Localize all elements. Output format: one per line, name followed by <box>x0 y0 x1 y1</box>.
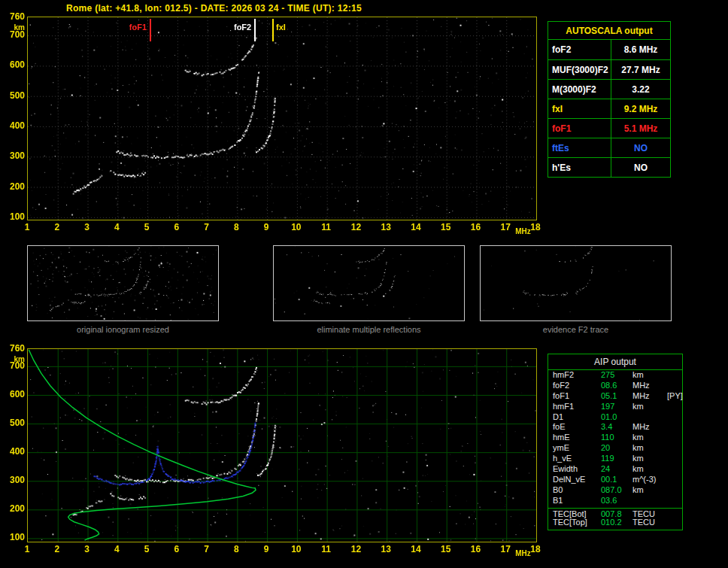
autoscala-row: M(3000)F23.22 <box>548 79 670 99</box>
y-tick-label: 100 <box>2 211 25 222</box>
aip-value: 24 <box>601 464 632 475</box>
aip-value: 275 <box>601 370 632 381</box>
panel-original-ionogram <box>27 245 219 321</box>
aip-extra <box>667 402 682 412</box>
aip-unit: km <box>632 402 667 412</box>
panel-original-canvas <box>28 246 218 320</box>
aip-label: foF1 <box>553 391 601 402</box>
aip-value: 08.6 <box>601 381 632 391</box>
x-tick-label: 14 <box>408 544 423 554</box>
aip-row: TEC[Bot]007.8TECU <box>548 508 682 518</box>
aip-label: DelN_vE <box>553 475 601 485</box>
x-tick-label: 9 <box>259 222 274 232</box>
y-tick-label: 100 <box>2 532 25 542</box>
aip-extra <box>667 433 682 443</box>
y-tick-label: 300 <box>2 475 25 485</box>
x-tick-label: 3 <box>80 222 95 232</box>
autoscala-row-value: 3.22 <box>611 80 670 99</box>
x-tick-label: 11 <box>319 544 334 554</box>
y-tick-label: 760 <box>2 343 25 354</box>
autoscala-row-label: ftEs <box>548 138 611 158</box>
x-tick-label: 16 <box>468 544 483 554</box>
fxI-marker-line <box>272 19 274 41</box>
aip-unit: MHz <box>632 391 667 402</box>
x-tick-label: 6 <box>169 222 184 232</box>
autoscala-row: foF15.1 MHz <box>548 118 670 138</box>
aip-unit: km <box>632 454 667 464</box>
y-tick-label: 760 <box>2 11 25 22</box>
aip-label: foF2 <box>553 381 601 391</box>
aip-unit: MHz <box>632 422 667 433</box>
aip-unit: km <box>632 485 667 496</box>
foF1-marker-line <box>150 19 151 41</box>
y-tick-label: 400 <box>2 120 25 131</box>
x-tick-label: 8 <box>229 544 244 554</box>
x-tick-label: 13 <box>378 544 393 554</box>
foF2-marker-line <box>254 19 256 41</box>
y-tick-label: 700 <box>2 360 25 371</box>
aip-label: hmF1 <box>553 402 601 412</box>
aip-unit <box>632 412 667 423</box>
aip-output-table: AIP output hmF2275kmfoF208.6MHzfoF105.1M… <box>548 354 683 530</box>
x-tick-label: 11 <box>319 222 334 232</box>
autoscala-row-label: foF2 <box>548 40 611 59</box>
aip-unit: km <box>632 443 667 454</box>
panel-eliminate-canvas <box>274 246 464 320</box>
x-tick-label: 2 <box>50 544 65 554</box>
aip-row: hmF2275km <box>548 370 682 381</box>
aip-row: DelN_vE00.1m^(-3) <box>548 475 682 485</box>
aip-value: 05.1 <box>601 391 632 402</box>
x-tick-label: 4 <box>109 544 124 554</box>
x-tick-label: 15 <box>438 222 453 232</box>
x-tick-label: 17 <box>498 544 513 554</box>
y-tick-label: 300 <box>2 150 25 161</box>
aip-extra <box>667 464 682 475</box>
aip-extra <box>667 443 682 454</box>
autoscala-row: foF28.6 MHz <box>548 40 670 59</box>
aip-extra <box>667 422 682 433</box>
y-tick-label: 200 <box>2 181 25 192</box>
panel-caption-eliminate: eliminate multiple reflections <box>273 325 465 334</box>
aip-extra <box>667 496 682 506</box>
y-tick-label: 700 <box>2 29 25 40</box>
aip-value: 00.1 <box>601 475 632 485</box>
autoscala-row-value: 5.1 MHz <box>611 119 670 138</box>
aip-extra <box>667 370 682 381</box>
autoscala-row-value: 27.7 MHz <box>611 60 670 80</box>
x-tick-label: 3 <box>80 544 95 554</box>
x-tick-label: 14 <box>408 222 423 232</box>
x-tick-label: 12 <box>348 544 363 554</box>
aip-unit: km <box>632 433 667 443</box>
aip-unit: TECU <box>632 518 667 528</box>
panel-caption-original: original ionogram resized <box>27 325 219 334</box>
aip-value: 010.2 <box>601 518 632 528</box>
autoscala-row: ftEsNO <box>548 138 670 157</box>
y-tick-label: 500 <box>2 90 25 101</box>
x-tick-label: 2 <box>50 222 65 232</box>
x-tick-label: 13 <box>378 222 393 232</box>
aip-unit: km <box>632 464 667 475</box>
x-tick-label: 18 <box>528 544 543 554</box>
aip-row: foF105.1MHz[PY] <box>548 391 682 402</box>
x-tick-label: 16 <box>468 222 483 232</box>
top-ionogram-plot <box>27 17 537 220</box>
autoscala-output-table: AUTOSCALA output foF28.6 MHzMUF(3000)F22… <box>548 21 671 178</box>
page-title: Rome (lat: +41.8, lon: 012.5) - DATE: 20… <box>66 3 362 14</box>
aip-row: foE3.4MHz <box>548 422 682 433</box>
x-tick-label: 8 <box>229 222 244 232</box>
x-tick-label: 7 <box>199 222 214 232</box>
x-tick-label: 7 <box>199 544 214 554</box>
aip-label: B1 <box>553 496 601 506</box>
aip-row: Ewidth24km <box>548 464 682 475</box>
autoscala-row: fxI9.2 MHz <box>548 99 670 118</box>
top-ionogram-canvas <box>28 17 536 220</box>
aip-extra <box>667 518 682 528</box>
x-tick-label: 5 <box>139 222 154 232</box>
aip-row: B0087.0km <box>548 485 682 496</box>
aip-row: hmF1197km <box>548 402 682 412</box>
aip-row: ymE20km <box>548 443 682 454</box>
x-tick-label: 9 <box>259 544 274 554</box>
aip-label: Ewidth <box>553 464 601 475</box>
aip-row: B103.6 <box>548 496 682 506</box>
panel-caption-evidence: evidence F2 trace <box>480 325 672 334</box>
